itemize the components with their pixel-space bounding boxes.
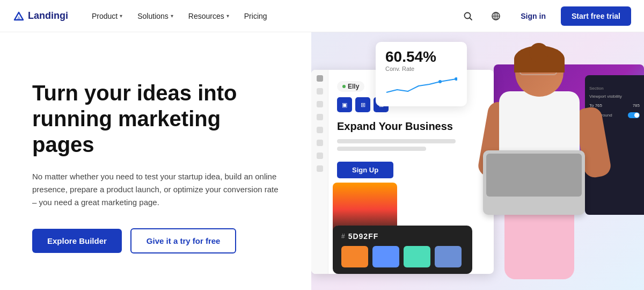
conversion-rate: 60.54% xyxy=(385,48,457,66)
toolbar-item xyxy=(317,127,323,133)
color-swatches xyxy=(341,246,464,267)
online-indicator xyxy=(342,85,346,88)
conversion-chart xyxy=(385,76,457,98)
placeholder-line xyxy=(337,139,456,143)
svg-line-3 xyxy=(470,18,472,20)
hero-section: Turn your ideas into running marketing p… xyxy=(0,32,311,290)
hex-display: # 5D92FF xyxy=(341,232,464,241)
search-button[interactable] xyxy=(458,6,478,26)
laptop-screen xyxy=(486,154,582,197)
toolbar-item xyxy=(317,140,323,146)
toolbar-item xyxy=(317,153,323,159)
color-palette-card: # 5D92FF xyxy=(333,226,472,274)
toolbar-item xyxy=(317,101,323,107)
mini-icon: ⊞ xyxy=(355,97,370,112)
nav-solutions[interactable]: Solutions ▾ xyxy=(131,8,180,25)
explore-builder-button[interactable]: Explore Builder xyxy=(32,229,122,253)
color-swatch-blue[interactable] xyxy=(372,246,399,267)
svg-point-9 xyxy=(455,77,457,81)
sign-in-button[interactable]: Sign in xyxy=(514,8,552,25)
brand-name: Landingi xyxy=(28,10,68,21)
nav-items: Product ▾ Solutions ▾ Resources ▾ Pricin… xyxy=(85,8,458,25)
toolbar-item xyxy=(317,88,323,95)
editor-toolbar xyxy=(311,70,328,274)
start-trial-button[interactable]: Start free trial xyxy=(561,6,631,26)
placeholder-line xyxy=(337,147,426,151)
mini-icon: ▣ xyxy=(337,97,352,112)
svg-point-8 xyxy=(438,80,442,83)
toolbar-item xyxy=(317,75,323,82)
chevron-down-icon: ▾ xyxy=(226,13,229,19)
conversion-card: 60.54% Conv. Rate xyxy=(376,42,467,106)
logo-link[interactable]: Landingi xyxy=(13,10,68,22)
toolbar-item xyxy=(317,165,323,172)
toolbar-item xyxy=(317,114,323,120)
chevron-down-icon: ▾ xyxy=(120,13,122,19)
person-laptop xyxy=(483,150,585,215)
person-hair-bun xyxy=(529,43,548,62)
navbar: Landingi Product ▾ Solutions ▾ Resources… xyxy=(0,0,644,32)
logo-icon xyxy=(13,10,25,22)
search-icon xyxy=(463,11,473,21)
try-free-button[interactable]: Give it a try for free xyxy=(130,228,237,253)
nav-right: Sign in Start free trial xyxy=(458,6,631,26)
elly-badge: Elly xyxy=(337,81,364,92)
main-content: Turn your ideas into running marketing p… xyxy=(0,32,644,290)
hero-illustration: 60.54% Conv. Rate xyxy=(311,32,644,290)
nav-resources[interactable]: Resources ▾ xyxy=(182,8,236,25)
chevron-down-icon: ▾ xyxy=(171,13,173,19)
language-button[interactable] xyxy=(486,6,506,26)
nav-product[interactable]: Product ▾ xyxy=(85,8,129,25)
toggle-switch[interactable] xyxy=(628,112,640,118)
svg-point-2 xyxy=(465,12,471,18)
hero-subtitle: No matter whether you need to test your … xyxy=(32,170,284,209)
settings-value: 785 xyxy=(633,103,640,108)
expand-title: Expand Your Business xyxy=(337,120,485,133)
conversion-label: Conv. Rate xyxy=(385,66,457,72)
hero-person xyxy=(467,43,617,285)
editor-signup-btn: Sign Up xyxy=(337,162,393,178)
nav-pricing[interactable]: Pricing xyxy=(238,8,274,25)
hex-value: 5D92FF xyxy=(348,232,379,241)
hero-buttons: Explore Builder Give it a try for free xyxy=(32,228,284,253)
hex-symbol: # xyxy=(341,233,345,240)
hero-title: Turn your ideas into running marketing p… xyxy=(32,80,284,157)
color-swatch-periwinkle[interactable] xyxy=(435,246,462,267)
color-swatch-teal[interactable] xyxy=(404,246,430,267)
globe-icon xyxy=(491,11,501,21)
color-swatch-orange[interactable] xyxy=(341,246,368,267)
